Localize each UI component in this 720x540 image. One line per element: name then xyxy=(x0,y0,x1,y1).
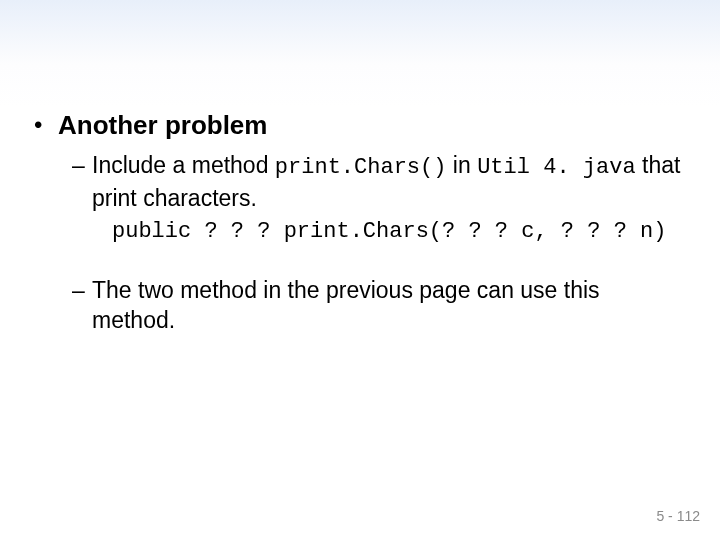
code-inline-util4: Util 4. java xyxy=(477,155,635,180)
slide: • Another problem – Include a method pri… xyxy=(0,0,720,540)
bullet-l2-text-1: Include a method print.Chars() in Util 4… xyxy=(92,150,686,213)
code-signature-line: public ? ? ? print.Chars(? ? ? c, ? ? ? … xyxy=(112,217,686,247)
bullet-level-2-item: – The two method in the previous page ca… xyxy=(72,275,686,335)
page-number: 5 - 112 xyxy=(656,508,700,524)
dash-icon: – xyxy=(72,150,92,180)
content-area: • Another problem – Include a method pri… xyxy=(34,108,686,339)
bullet-l2-text-2: The two method in the previous page can … xyxy=(92,275,686,335)
bullet-level-1: • Another problem xyxy=(34,108,686,142)
code-inline-printchars: print.Chars() xyxy=(275,155,447,180)
sub1-prefix: Include a method xyxy=(92,152,275,178)
bullet-level-2-item: – Include a method print.Chars() in Util… xyxy=(72,150,686,213)
bullet-l1-text: Another problem xyxy=(58,108,267,142)
bullet-dot-icon: • xyxy=(34,108,58,142)
dash-icon: – xyxy=(72,275,92,305)
sub1-mid: in xyxy=(446,152,477,178)
